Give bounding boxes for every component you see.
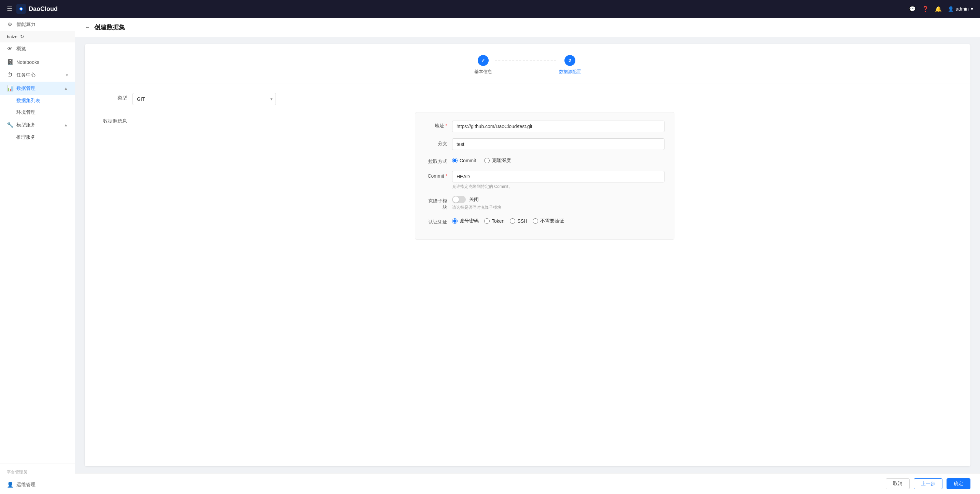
- type-select[interactable]: GIT S3 NFS HTTP: [132, 93, 276, 105]
- type-control: GIT S3 NFS HTTP ▾: [132, 93, 276, 105]
- commit-input[interactable]: [452, 171, 665, 182]
- data-management-label: 数据管理: [16, 85, 60, 92]
- radio-none-input[interactable]: [533, 218, 538, 224]
- navbar: ☰ DaoCloud 💬 ❓ 🔔 👤 admin ▾: [0, 0, 980, 18]
- step-1-label: 基本信息: [474, 69, 492, 75]
- sidebar-item-notebooks[interactable]: 📓 Notebooks: [0, 55, 75, 69]
- radio-password[interactable]: 账号密码: [452, 218, 479, 224]
- radio-commit-label: Commit: [460, 158, 476, 163]
- fetch-method-radio-group: Commit 克隆深度: [452, 156, 665, 164]
- sidebar-subitem-inference-service[interactable]: 推理服务: [0, 132, 75, 143]
- navbar-right: 💬 ❓ 🔔 👤 admin ▾: [909, 6, 973, 12]
- address-control: [452, 121, 665, 132]
- auth-label: 认证凭证: [425, 217, 452, 225]
- user-menu[interactable]: 👤 admin ▾: [948, 6, 973, 12]
- confirm-button[interactable]: 确定: [947, 478, 970, 489]
- submodule-toggle[interactable]: [452, 196, 466, 203]
- auth-row: 认证凭证 账号密码 Token: [425, 217, 665, 225]
- help-icon[interactable]: ❓: [922, 6, 929, 12]
- notebooks-label: Notebooks: [16, 59, 68, 65]
- user-dropdown-icon: ▾: [971, 6, 973, 12]
- step-connector: [495, 60, 556, 61]
- sidebar-subitem-dataset-list[interactable]: 数据集列表: [0, 95, 75, 107]
- sidebar-subitem-env-management[interactable]: 环境管理: [0, 107, 75, 118]
- radio-ssh[interactable]: SSH: [510, 218, 527, 224]
- type-row: 类型 GIT S3 NFS HTTP ▾: [85, 93, 970, 105]
- radio-commit-input[interactable]: [452, 158, 458, 163]
- datasource-label: 数据源信息: [98, 116, 132, 124]
- sidebar-bottom: 平台管理员 👤 运维管理: [0, 464, 75, 494]
- task-center-arrow: ▾: [66, 73, 68, 78]
- step-1: ✓ 基本信息: [474, 55, 492, 75]
- message-icon[interactable]: 💬: [909, 6, 916, 12]
- submodule-toggle-wrapper: 关闭: [452, 196, 665, 203]
- daocloud-logo-icon: [16, 4, 26, 14]
- smart-compute-icon: ⚙: [7, 21, 13, 28]
- sidebar-item-ops-management[interactable]: 👤 运维管理: [0, 478, 75, 491]
- commit-label: Commit: [425, 171, 452, 178]
- commit-hint: 允许指定克隆到特定的 Commit。: [452, 184, 665, 190]
- step-2-circle: 2: [565, 55, 575, 66]
- inference-service-label: 推理服务: [16, 134, 35, 140]
- notification-icon[interactable]: 🔔: [935, 6, 942, 12]
- page-footer: 取消 上一步 确定: [75, 473, 980, 494]
- task-center-icon: ⏱: [7, 72, 13, 78]
- user-avatar-icon: 👤: [948, 6, 954, 12]
- radio-none[interactable]: 不需要验证: [533, 218, 564, 224]
- navbar-logo-text: DaoCloud: [29, 5, 58, 13]
- notebooks-icon: 📓: [7, 59, 13, 65]
- ops-management-icon: 👤: [7, 481, 13, 488]
- sidebar-item-overview[interactable]: 👁 概览: [0, 42, 75, 55]
- sidebar-item-model-service[interactable]: 🔧 模型服务 ▲: [0, 118, 75, 132]
- namespace-refresh-icon[interactable]: ↻: [20, 34, 24, 39]
- radio-token[interactable]: Token: [484, 218, 504, 224]
- address-input[interactable]: [452, 121, 665, 132]
- step-2: 2 数据源配置: [559, 55, 581, 75]
- model-service-arrow: ▲: [64, 123, 68, 127]
- submodule-hint: 请选择是否同时克隆子模块: [452, 205, 665, 210]
- cancel-button[interactable]: 取消: [886, 478, 910, 489]
- radio-ssh-label: SSH: [517, 218, 527, 224]
- sidebar-item-data-management[interactable]: 📊 数据管理 ▲: [0, 82, 75, 95]
- fetch-method-control: Commit 克隆深度: [452, 156, 665, 164]
- namespace-label: baize: [7, 34, 18, 39]
- radio-depth[interactable]: 克隆深度: [484, 158, 511, 164]
- main-layout: ⚙ 智能算力 baize ↻ 👁 概览 📓 Notebooks ⏱ 任务中心 ▾…: [0, 18, 980, 494]
- datasource-row: 数据源信息 地址 分支: [85, 112, 970, 240]
- data-management-icon: 📊: [7, 85, 13, 92]
- task-center-label: 任务中心: [16, 72, 62, 78]
- address-label: 地址: [425, 121, 452, 129]
- toggle-thumb: [453, 196, 459, 202]
- branch-row: 分支: [425, 139, 665, 150]
- step-2-label: 数据源配置: [559, 69, 581, 75]
- radio-token-input[interactable]: [484, 218, 490, 224]
- sidebar: ⚙ 智能算力 baize ↻ 👁 概览 📓 Notebooks ⏱ 任务中心 ▾…: [0, 18, 75, 494]
- data-management-arrow: ▲: [64, 86, 68, 91]
- radio-commit[interactable]: Commit: [452, 158, 476, 163]
- type-select-wrapper: GIT S3 NFS HTTP ▾: [132, 93, 276, 105]
- submodule-row: 克隆子模块 关闭 请选择是否同时克隆子模块: [425, 196, 665, 210]
- radio-ssh-input[interactable]: [510, 218, 515, 224]
- model-service-label: 模型服务: [16, 122, 60, 128]
- user-name: admin: [956, 6, 969, 12]
- radio-depth-input[interactable]: [484, 158, 490, 163]
- page-title: 创建数据集: [94, 23, 125, 32]
- sidebar-item-smart-compute[interactable]: ⚙ 智能算力: [0, 18, 75, 31]
- radio-password-input[interactable]: [452, 218, 458, 224]
- model-service-icon: 🔧: [7, 122, 13, 128]
- prev-button[interactable]: 上一步: [914, 478, 942, 489]
- auth-control: 账号密码 Token SSH: [452, 217, 665, 224]
- menu-icon[interactable]: ☰: [7, 5, 12, 13]
- step-1-circle: ✓: [478, 55, 488, 66]
- fetch-method-label: 拉取方式: [425, 156, 452, 165]
- address-row: 地址: [425, 121, 665, 132]
- svg-point-1: [20, 8, 22, 10]
- back-button[interactable]: ←: [85, 24, 90, 30]
- commit-control: 允许指定克隆到特定的 Commit。: [452, 171, 665, 190]
- overview-label: 概览: [16, 46, 68, 52]
- main-card: ✓ 基本信息 2 数据源配置 类型 GIT: [85, 44, 970, 466]
- navbar-logo: DaoCloud: [16, 4, 58, 14]
- sidebar-item-task-center[interactable]: ⏱ 任务中心 ▾: [0, 69, 75, 82]
- platform-admin-label: 平台管理员: [0, 467, 75, 478]
- branch-input[interactable]: [452, 139, 665, 150]
